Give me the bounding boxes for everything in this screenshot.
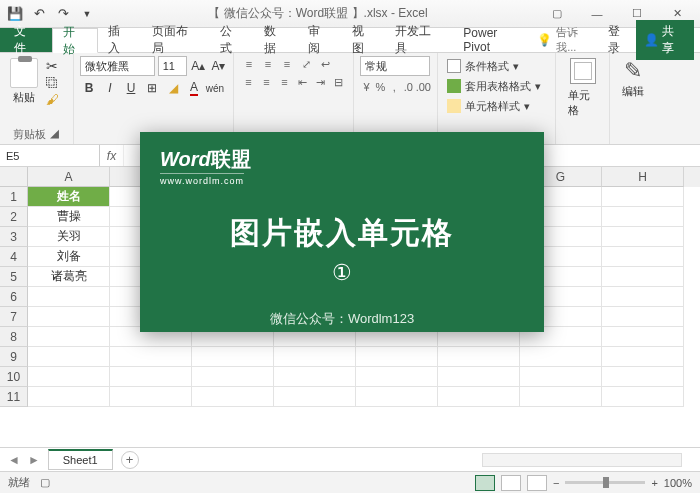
cell[interactable] (602, 367, 684, 387)
editing-button[interactable]: ✎ 编辑 (616, 56, 650, 101)
view-pagebreak-icon[interactable] (527, 475, 547, 491)
zoom-slider[interactable] (565, 481, 645, 484)
cell[interactable] (602, 247, 684, 267)
dec-decimal-icon[interactable]: .00 (416, 79, 431, 95)
decrease-font-icon[interactable]: A▾ (210, 57, 227, 75)
tab-file[interactable]: 文件 (0, 28, 52, 52)
cell[interactable] (356, 347, 438, 367)
tell-me[interactable]: 告诉我... (556, 25, 598, 55)
cell[interactable] (110, 367, 192, 387)
row-header[interactable]: 5 (0, 267, 28, 287)
cell[interactable] (356, 387, 438, 407)
horizontal-scrollbar[interactable] (482, 453, 682, 467)
row-header[interactable]: 7 (0, 307, 28, 327)
cell[interactable] (602, 227, 684, 247)
cell[interactable] (110, 347, 192, 367)
cond-format-button[interactable]: 条件格式 ▾ (444, 56, 549, 76)
indent-inc-icon[interactable]: ⇥ (312, 74, 329, 90)
cell[interactable]: 关羽 (28, 227, 110, 247)
font-size-combo[interactable]: 11 (158, 56, 187, 76)
wrap-icon[interactable]: ↩ (316, 56, 334, 72)
row-header[interactable]: 1 (0, 187, 28, 207)
cell[interactable] (28, 327, 110, 347)
cell[interactable] (274, 347, 356, 367)
indent-dec-icon[interactable]: ⇤ (294, 74, 311, 90)
cell[interactable] (274, 367, 356, 387)
tab-dev[interactable]: 开发工具 (385, 28, 453, 52)
format-painter-icon[interactable]: 🖌 (46, 92, 59, 107)
cell-style-button[interactable]: 单元格样式 ▾ (444, 96, 549, 116)
cell[interactable] (438, 367, 520, 387)
row-header[interactable]: 9 (0, 347, 28, 367)
macro-record-icon[interactable]: ▢ (40, 476, 50, 489)
cell[interactable] (274, 387, 356, 407)
cell[interactable] (520, 347, 602, 367)
fx-icon[interactable]: fx (100, 145, 124, 166)
cell[interactable]: 曹操 (28, 207, 110, 227)
tab-pivot[interactable]: Power Pivot (453, 28, 537, 52)
italic-button[interactable]: I (101, 79, 119, 97)
cell[interactable] (28, 347, 110, 367)
cell[interactable] (28, 387, 110, 407)
cell[interactable] (602, 347, 684, 367)
align-right-icon[interactable]: ≡ (276, 74, 293, 90)
cell[interactable] (602, 307, 684, 327)
minimize-icon[interactable]: — (578, 3, 616, 25)
align-top-icon[interactable]: ≡ (240, 56, 258, 72)
tab-home[interactable]: 开始 (52, 28, 98, 53)
qat-more-icon[interactable]: ▼ (76, 3, 98, 25)
cell[interactable] (438, 347, 520, 367)
add-sheet-button[interactable]: + (121, 451, 139, 469)
cell[interactable] (602, 327, 684, 347)
row-header[interactable]: 2 (0, 207, 28, 227)
orient-icon[interactable]: ⤢ (297, 56, 315, 72)
align-center-icon[interactable]: ≡ (258, 74, 275, 90)
cell[interactable]: 刘备 (28, 247, 110, 267)
view-layout-icon[interactable] (501, 475, 521, 491)
redo-icon[interactable]: ↷ (52, 3, 74, 25)
table-format-button[interactable]: 套用表格格式 ▾ (444, 76, 549, 96)
percent-icon[interactable]: % (374, 79, 387, 95)
cell[interactable] (28, 287, 110, 307)
underline-button[interactable]: U (122, 79, 140, 97)
border-icon[interactable]: ⊞ (143, 79, 161, 97)
zoom-level[interactable]: 100% (664, 477, 692, 489)
name-box[interactable]: E5 (0, 145, 100, 166)
row-header[interactable]: 10 (0, 367, 28, 387)
tab-view[interactable]: 视图 (342, 28, 386, 52)
login-link[interactable]: 登录 (608, 23, 632, 57)
tab-layout[interactable]: 页面布局 (142, 28, 210, 52)
inc-decimal-icon[interactable]: .0 (402, 79, 415, 95)
font-color-icon[interactable]: A (185, 79, 203, 97)
increase-font-icon[interactable]: A▴ (190, 57, 207, 75)
cell[interactable] (110, 387, 192, 407)
cut-icon[interactable]: ✂ (46, 58, 59, 74)
currency-icon[interactable]: ¥ (360, 79, 373, 95)
undo-icon[interactable]: ↶ (28, 3, 50, 25)
copy-icon[interactable]: ⿻ (46, 76, 59, 90)
tab-formula[interactable]: 公式 (210, 28, 254, 52)
cell[interactable] (192, 367, 274, 387)
font-name-combo[interactable]: 微软雅黑 (80, 56, 155, 76)
cell[interactable] (602, 187, 684, 207)
sheet-nav-next-icon[interactable]: ► (28, 453, 40, 467)
cell[interactable] (520, 387, 602, 407)
cell[interactable] (356, 367, 438, 387)
cell[interactable] (438, 387, 520, 407)
col-header[interactable]: A (28, 167, 110, 187)
comma-icon[interactable]: , (388, 79, 401, 95)
select-all-corner[interactable] (0, 167, 28, 187)
cell[interactable]: 诸葛亮 (28, 267, 110, 287)
ribbon-options-icon[interactable]: ▢ (538, 3, 576, 25)
cell[interactable] (602, 387, 684, 407)
align-left-icon[interactable]: ≡ (240, 74, 257, 90)
cell[interactable] (28, 307, 110, 327)
tab-insert[interactable]: 插入 (98, 28, 142, 52)
cell[interactable] (602, 267, 684, 287)
sheet-nav-prev-icon[interactable]: ◄ (8, 453, 20, 467)
align-mid-icon[interactable]: ≡ (259, 56, 277, 72)
align-bot-icon[interactable]: ≡ (278, 56, 296, 72)
number-format-combo[interactable]: 常规 (360, 56, 430, 76)
zoom-out-icon[interactable]: − (553, 477, 559, 489)
col-header[interactable]: H (602, 167, 684, 187)
